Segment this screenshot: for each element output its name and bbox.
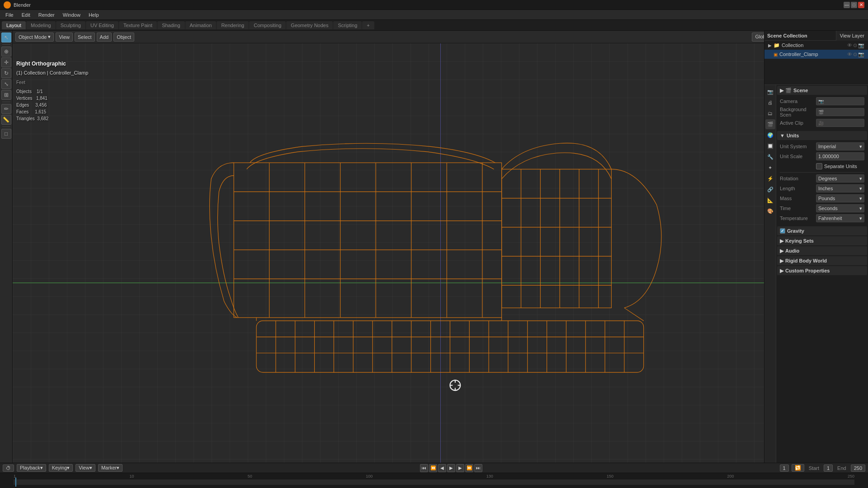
timeline-playhead[interactable] — [15, 478, 16, 487]
unit-scale-row: Unit Scale 1.000000 — [780, 152, 864, 161]
active-clip-input[interactable]: 🎥 — [816, 119, 864, 127]
props-icon-data[interactable]: 📐 — [765, 195, 775, 205]
jump-end-btn[interactable]: ⏭ — [474, 464, 482, 472]
tool-rotate[interactable]: ↻ — [1, 68, 11, 78]
view-menu-tl[interactable]: View▾ — [75, 464, 95, 472]
tab-animation[interactable]: Animation — [185, 21, 217, 29]
vis-eye[interactable]: 👁 — [847, 42, 852, 48]
rigid-body-title[interactable]: ▶ Rigid Body World — [777, 256, 867, 265]
timeline-numbers: 1 10 50 100 130 150 200 250 — [0, 474, 868, 479]
tab-layout[interactable]: Layout — [2, 21, 26, 29]
outliner-collection[interactable]: ▶ 📁 Collection 👁 ⊙ 📷 — [764, 41, 868, 50]
canvas-area[interactable]: Right Orthographic (1) Collection | Cont… — [13, 43, 868, 463]
add-menu[interactable]: Add — [97, 33, 112, 42]
outliner-object[interactable]: ▣ Controller_Clamp 👁 ⊙ 📷 — [764, 50, 868, 59]
audio-section: ▶ Audio — [777, 246, 867, 255]
jump-start-btn[interactable]: ⏮ — [420, 464, 428, 472]
step-back-btn[interactable]: ◀ — [438, 464, 446, 472]
props-icon-object[interactable]: 🔲 — [765, 141, 775, 151]
tool-add-cube[interactable]: □ — [1, 129, 11, 139]
loop-btn[interactable]: 🔁 — [792, 464, 804, 472]
jump-prev-keyframe[interactable]: ⏪ — [429, 464, 437, 472]
unit-scale-label: Unit Scale — [780, 154, 816, 159]
obj-vis-select[interactable]: ⊙ — [853, 52, 857, 57]
vis-select[interactable]: ⊙ — [853, 42, 857, 48]
menu-help[interactable]: Help — [85, 11, 103, 19]
props-icon-constraints[interactable]: 🔗 — [765, 184, 775, 194]
step-forward-btn[interactable]: ▶ — [456, 464, 464, 472]
tab-geometry-nodes[interactable]: Geometry Nodes — [286, 21, 333, 29]
jump-next-keyframe[interactable]: ⏩ — [465, 464, 473, 472]
timeline-body[interactable]: 1 10 50 100 130 150 200 250 — [0, 473, 868, 488]
mode-selector[interactable]: Object Mode ▾ — [15, 33, 54, 42]
tab-uv-editing[interactable]: UV Editing — [86, 21, 118, 29]
obj-vis-render[interactable]: 📷 — [858, 52, 864, 57]
menu-edit[interactable]: Edit — [18, 11, 34, 19]
bg-scene-input[interactable]: 🎬 — [816, 108, 864, 116]
menu-file[interactable]: File — [2, 11, 17, 19]
mass-dropdown[interactable]: Pounds ▾ — [816, 194, 864, 202]
tab-texture-paint[interactable]: Texture Paint — [119, 21, 157, 29]
props-icon-render[interactable]: 📷 — [765, 87, 775, 97]
scene-section-title[interactable]: ▶ 🎬 Scene — [777, 86, 867, 95]
unit-system-value: Imperial — [818, 144, 836, 149]
object-menu[interactable]: Object — [113, 33, 134, 42]
rotation-dropdown[interactable]: Degrees ▾ — [816, 174, 864, 183]
tool-measure[interactable]: 📏 — [1, 115, 11, 125]
temperature-dropdown[interactable]: Fahrenheit ▾ — [816, 214, 864, 222]
playback-menu[interactable]: Playback▾ — [17, 464, 46, 472]
camera-input[interactable]: 📷 — [816, 97, 864, 105]
viewport[interactable]: Object Mode ▾ View Select Add Object Glo… — [13, 31, 868, 463]
tool-transform[interactable]: ⊞ — [1, 90, 11, 100]
tab-scripting[interactable]: Scripting — [333, 21, 362, 29]
props-icon-view-layer[interactable]: 🗂 — [765, 108, 775, 118]
end-frame[interactable]: 250 — [851, 465, 865, 472]
tab-sculpting[interactable]: Sculpting — [56, 21, 85, 29]
tab-add[interactable]: + — [362, 21, 374, 29]
props-icon-modifier[interactable]: 🔧 — [765, 152, 775, 162]
gravity-section-title[interactable]: ✓ Gravity — [777, 226, 867, 235]
timeline-editor-btn[interactable]: ⏱ — [3, 465, 14, 472]
tool-scale[interactable]: ⤡ — [1, 79, 11, 89]
props-icon-physics[interactable]: ⚡ — [765, 174, 775, 183]
timeline-track[interactable] — [14, 479, 854, 485]
tab-modeling[interactable]: Modeling — [26, 21, 56, 29]
tool-move[interactable]: ✛ — [1, 57, 11, 67]
tool-annotate[interactable]: ✏ — [1, 104, 11, 114]
play-btn[interactable]: ▶ — [447, 464, 455, 472]
unit-scale-input[interactable]: 1.000000 — [816, 152, 864, 160]
tab-rendering[interactable]: Rendering — [217, 21, 249, 29]
props-icon-world[interactable]: 🌍 — [765, 130, 775, 140]
minimize-button[interactable]: — — [844, 2, 850, 8]
props-icon-scene[interactable]: 🎬 — [765, 119, 775, 129]
props-icon-output[interactable]: 🖨 — [765, 98, 775, 108]
props-icon-material[interactable]: 🎨 — [765, 206, 775, 216]
menu-window[interactable]: Window — [59, 11, 84, 19]
keying-sets-title[interactable]: ▶ Keying Sets — [777, 236, 867, 245]
gravity-toggle[interactable]: ✓ — [780, 228, 785, 234]
tab-compositing[interactable]: Compositing — [249, 21, 286, 29]
vis-render[interactable]: 📷 — [858, 42, 864, 48]
close-button[interactable]: ✕ — [858, 2, 864, 8]
svg-line-46 — [624, 308, 644, 321]
separate-units-checkbox[interactable] — [816, 163, 822, 169]
time-dropdown[interactable]: Seconds ▾ — [816, 204, 864, 212]
audio-section-title[interactable]: ▶ Audio — [777, 246, 867, 255]
marker-menu[interactable]: Marker▾ — [98, 464, 123, 472]
keying-menu[interactable]: Keying▾ — [49, 464, 73, 472]
maximize-button[interactable]: □ — [851, 2, 857, 8]
select-menu[interactable]: Select — [75, 33, 95, 42]
units-section-title[interactable]: ▼ Units — [777, 131, 867, 140]
current-frame-display[interactable]: 1 — [780, 465, 789, 472]
view-menu[interactable]: View — [56, 33, 73, 42]
custom-props-title[interactable]: ▶ Custom Properties — [777, 266, 867, 275]
tool-cursor[interactable]: ⊕ — [1, 47, 11, 56]
unit-system-dropdown[interactable]: Imperial ▾ — [816, 142, 864, 150]
obj-vis-eye[interactable]: 👁 — [847, 52, 852, 57]
length-dropdown[interactable]: Inches ▾ — [816, 184, 864, 192]
start-frame[interactable]: 1 — [824, 465, 833, 472]
tab-shading[interactable]: Shading — [157, 21, 184, 29]
props-icon-particles[interactable]: ✦ — [765, 163, 775, 173]
menu-render[interactable]: Render — [35, 11, 58, 19]
tool-select[interactable]: ↖ — [1, 33, 11, 42]
